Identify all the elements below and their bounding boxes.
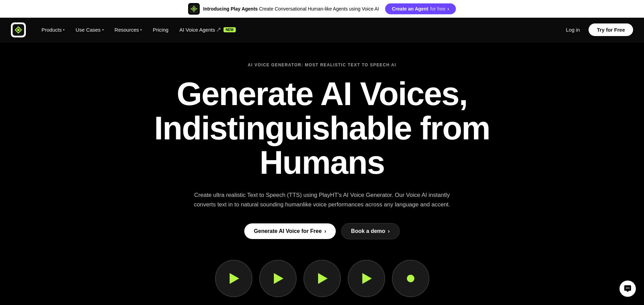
try-for-free-button[interactable]: Try for Free [589,23,633,36]
nav-links: Products ▾ Use Cases ▾ Resources ▾ Prici… [37,24,241,35]
nav-left: Products ▾ Use Cases ▾ Resources ▾ Prici… [11,22,241,37]
generate-voice-button[interactable]: Generate AI Voice for Free › [244,223,336,239]
hero-buttons: Generate AI Voice for Free › Book a demo… [244,223,399,239]
chevron-down-icon: ▾ [140,28,142,32]
play-icon [230,273,239,284]
arrow-right-icon: › [325,228,326,234]
svg-point-7 [627,288,628,289]
nav-use-cases-label: Use Cases [76,27,100,33]
book-demo-button[interactable]: Book a demo › [341,223,400,239]
nav-ai-voice-agents-label: AI Voice Agents [179,27,215,33]
dot-icon [407,275,414,282]
chevron-down-icon: ▾ [102,28,104,32]
hero-eyebrow: AI VOICE GENERATOR: MOST REALISTIC TEXT … [248,63,396,67]
book-demo-label: Book a demo [351,228,385,234]
nav-right: Log in Try for Free [561,23,633,36]
top-banner: Introducing Play Agents Create Conversat… [0,0,644,18]
hero-title: Generate AI Voices, Indistinguishable fr… [135,77,509,180]
chat-icon [624,285,632,293]
svg-point-2 [193,8,195,10]
nav-resources-label: Resources [115,27,139,33]
nav-link-pricing[interactable]: Pricing [148,24,173,35]
nav-logo-icon [11,22,26,37]
nav-link-use-cases[interactable]: Use Cases ▾ [71,24,108,35]
banner-cta-button[interactable]: Create an Agent for free › [385,3,456,14]
audio-player-4[interactable] [348,260,385,297]
banner-logo-icon [188,3,200,15]
audio-player-1[interactable] [215,260,252,297]
hero-title-line1: Generate AI Voices, [177,75,467,112]
hero-subtitle: Create ultra realistic Text to Speech (T… [189,190,455,209]
arrow-right-icon: › [388,228,390,234]
chat-bubble-button[interactable] [620,281,636,297]
audio-player-3[interactable] [303,260,341,297]
hero-title-line2: Indistinguishable from Humans [154,110,490,181]
nav-products-label: Products [42,27,62,33]
banner-text: Introducing Play Agents Create Conversat… [203,6,379,12]
banner-cta-arrow-icon: › [447,6,449,12]
audio-player-5[interactable] [392,260,429,297]
audio-players-row [8,260,636,297]
play-icon [362,273,372,284]
generate-voice-label: Generate AI Voice for Free [254,228,321,234]
svg-point-8 [629,288,630,289]
nav-pricing-label: Pricing [153,27,168,33]
nav-link-ai-voice-agents[interactable]: AI Voice Agents NEW [175,24,240,35]
svg-point-5 [17,29,20,31]
new-badge: NEW [224,27,235,32]
banner-cta-label: Create an Agent [392,6,428,12]
audio-player-2[interactable] [259,260,297,297]
play-icon [274,273,283,284]
chevron-down-icon: ▾ [63,28,65,32]
hero-section: AI VOICE GENERATOR: MOST REALISTIC TEXT … [0,42,644,305]
nav-link-resources[interactable]: Resources ▾ [110,24,147,35]
main-nav: Products ▾ Use Cases ▾ Resources ▾ Prici… [0,18,644,42]
svg-point-6 [626,288,627,289]
nav-link-products[interactable]: Products ▾ [37,24,69,35]
external-link-icon [216,28,221,32]
banner-cta-suffix: for free [430,6,445,12]
play-icon [318,273,328,284]
login-button[interactable]: Log in [561,24,585,35]
